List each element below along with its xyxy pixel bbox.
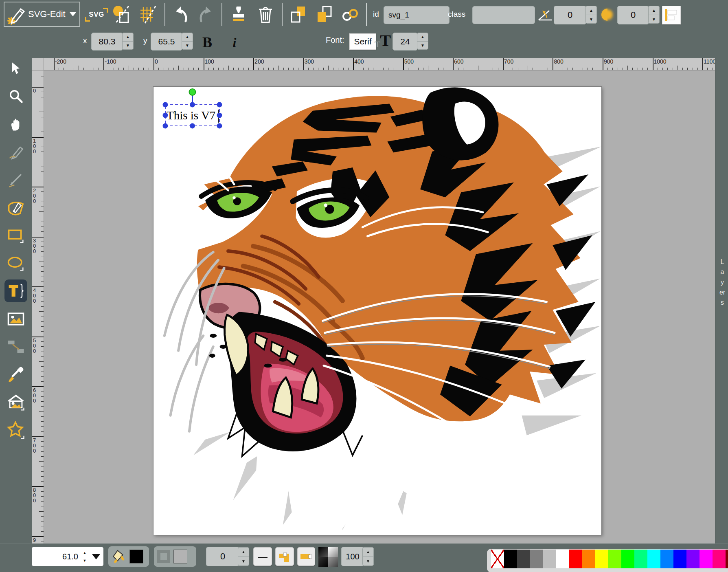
element-id-input[interactable] (384, 6, 450, 24)
fill-swatch[interactable] (129, 550, 143, 563)
selected-text-element[interactable]: This is V7 (167, 106, 215, 125)
y-input[interactable] (151, 33, 182, 51)
stroke-width-input[interactable] (206, 547, 239, 566)
font-size-input[interactable] (393, 33, 418, 51)
redo-button[interactable] (195, 3, 216, 26)
italic-button[interactable]: i (226, 31, 243, 54)
tool-zoom[interactable] (4, 85, 27, 108)
stroke-join-button[interactable] (275, 547, 294, 566)
x-input[interactable] (91, 33, 123, 51)
star-icon (7, 421, 25, 440)
palette-swatch[interactable] (582, 550, 595, 568)
move-to-top-button[interactable] (314, 3, 335, 26)
font-family-button[interactable]: Serif (349, 33, 376, 50)
angle-spinner[interactable] (585, 6, 597, 24)
hand-icon (9, 117, 23, 132)
stroke-cap-button[interactable] (297, 547, 315, 566)
tool-shape-library[interactable] (4, 391, 27, 414)
palette-swatch[interactable] (595, 550, 608, 568)
clone-button[interactable] (228, 3, 249, 26)
align-position-button[interactable] (662, 6, 681, 24)
tool-eyedropper[interactable] (4, 363, 27, 386)
angle-input[interactable] (554, 6, 586, 24)
source-editor-button[interactable]: SVG (86, 3, 107, 26)
palette-swatch[interactable] (543, 550, 556, 568)
magnifier-icon (9, 89, 23, 103)
palette-swatch[interactable] (726, 550, 728, 568)
palette-swatch[interactable] (647, 550, 660, 568)
move-top-icon (315, 5, 333, 24)
stroke-swatch[interactable] (173, 550, 187, 563)
stroke-dash-button[interactable]: — (253, 547, 272, 566)
palette-swatch[interactable] (491, 550, 504, 568)
bold-button[interactable]: B (197, 31, 217, 54)
layers-panel-toggle[interactable]: Layers (715, 58, 728, 543)
tool-select[interactable] (4, 57, 27, 80)
tool-line[interactable] (4, 168, 27, 191)
main-menu-button[interactable]: SVG-Edit (4, 2, 80, 27)
class-label: class (448, 10, 465, 19)
svg-edit-app: SVG-Edit SVG (0, 0, 728, 572)
palette-swatch[interactable] (504, 550, 517, 568)
tool-ellipse[interactable] (4, 252, 27, 275)
blur-icon (599, 7, 616, 23)
toolbar-separator (282, 3, 283, 26)
text-context-toolbar: x y B i abcd abcd abcd Font: Serif T T (0, 29, 728, 58)
svg-canvas[interactable]: This is V7 (153, 87, 601, 535)
palette-swatch[interactable] (569, 550, 582, 568)
path-icon (7, 199, 25, 217)
pencil-icon (8, 144, 24, 160)
select-arrow-icon (9, 62, 23, 75)
palette-swatch[interactable] (660, 550, 673, 568)
undo-button[interactable] (171, 3, 191, 26)
make-link-button[interactable] (340, 3, 362, 26)
palette-swatch[interactable] (621, 550, 634, 568)
shape-library-icon (7, 394, 25, 411)
stroke-color-control[interactable] (154, 546, 196, 567)
delete-button[interactable] (255, 3, 276, 26)
palette-swatch[interactable] (699, 550, 713, 568)
tool-path[interactable] (4, 196, 27, 219)
opacity-spinner[interactable] (362, 547, 374, 566)
miter-join-icon (278, 550, 292, 563)
x-spinner[interactable] (122, 33, 134, 50)
eyedropper-icon (7, 365, 25, 383)
tool-connector[interactable] (4, 335, 27, 358)
align-position-icon (664, 8, 678, 22)
zoom-dropdown-icon[interactable] (92, 554, 100, 559)
zoom-control[interactable]: 61.0 (32, 547, 103, 566)
palette-swatch[interactable] (608, 550, 621, 568)
tool-image[interactable] (4, 308, 27, 330)
element-class-input[interactable] (472, 6, 535, 24)
move-to-bottom-button[interactable] (287, 3, 309, 26)
workspace[interactable]: This is V7 (44, 70, 715, 543)
tool-pencil[interactable] (4, 141, 27, 163)
font-size-spinner[interactable] (417, 33, 428, 50)
tool-text[interactable] (4, 279, 27, 302)
opacity-input[interactable] (341, 547, 364, 566)
opacity-gradient-icon[interactable] (318, 547, 338, 567)
palette-swatch[interactable] (713, 550, 726, 568)
wireframe-button[interactable] (111, 3, 133, 26)
blur-spinner[interactable] (648, 6, 660, 24)
palette-swatch[interactable] (673, 550, 686, 568)
palette-swatch[interactable] (530, 550, 543, 568)
tool-star[interactable] (4, 419, 27, 442)
fill-color-control[interactable] (108, 546, 149, 567)
palette-swatch[interactable] (556, 550, 569, 568)
stroke-width-spinner[interactable] (238, 547, 249, 566)
stroke-ring-icon (157, 550, 170, 563)
grid-button[interactable] (138, 3, 160, 26)
toolbar-separator (221, 3, 222, 26)
zoom-spinner[interactable] (81, 549, 89, 564)
blur-input[interactable] (617, 6, 649, 24)
palette-swatch[interactable] (686, 550, 699, 568)
palette-swatch[interactable] (634, 550, 647, 568)
horizontal-ruler: -200-10001002003004005006007008009001000… (44, 58, 715, 70)
tool-pan[interactable] (4, 113, 27, 136)
angle-tool (537, 3, 554, 26)
tool-rectangle[interactable] (4, 224, 27, 247)
x-label: x (83, 36, 87, 45)
y-spinner[interactable] (182, 33, 193, 50)
palette-swatch[interactable] (517, 550, 530, 568)
